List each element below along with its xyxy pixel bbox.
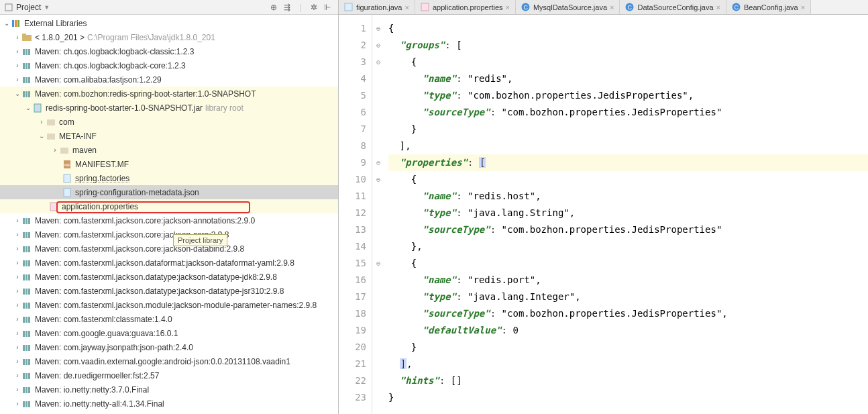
arrow-icon[interactable]: › bbox=[13, 315, 21, 323]
pkg-com-node[interactable]: › com bbox=[0, 115, 338, 129]
code-line[interactable]: "sourceType": "com.bozhon.properties.Jed… bbox=[388, 104, 868, 121]
arrow-icon[interactable]: ⌄ bbox=[13, 90, 21, 97]
code-line[interactable]: { bbox=[388, 171, 868, 188]
jar-node[interactable]: ⌄ redis-spring-boot-starter-1.0-SNAPSHOT… bbox=[0, 101, 338, 115]
arrow-icon[interactable]: › bbox=[13, 358, 21, 365]
code-line[interactable]: "type": "java.lang.String", bbox=[388, 205, 868, 221]
expand-arrow-icon[interactable]: ⌄ bbox=[3, 19, 11, 27]
fold-marker[interactable] bbox=[372, 356, 384, 372]
maven-lib-node[interactable]: › Maven: com.fasterxml.jackson.module:ja… bbox=[0, 298, 338, 312]
fold-marker[interactable] bbox=[372, 339, 384, 356]
fold-marker[interactable] bbox=[372, 70, 384, 87]
jdk-node[interactable]: › < 1.8.0_201 > C:\Program Files\Java\jd… bbox=[0, 30, 338, 44]
gear-icon[interactable]: ✲ bbox=[309, 3, 319, 12]
collapse-arrow-icon[interactable]: › bbox=[38, 118, 46, 125]
code-editor[interactable]: 1234567891011121314151617181920212223 ⊖⊖… bbox=[339, 15, 868, 414]
maven-lib-node[interactable]: › Maven: com.fasterxml.jackson.core:jack… bbox=[0, 227, 338, 242]
code-line[interactable]: ], bbox=[388, 138, 868, 154]
arrow-icon[interactable]: › bbox=[13, 231, 21, 238]
expand-arrow-icon[interactable]: ⌄ bbox=[24, 104, 32, 111]
code-area[interactable]: { "groups": [ { "name": "redis", "type":… bbox=[384, 15, 868, 414]
maven-lib-node[interactable]: › Maven: com.jayway.jsonpath:json-path:2… bbox=[0, 340, 338, 354]
arrow-icon[interactable]: › bbox=[13, 76, 21, 83]
pkg-meta-node[interactable]: ⌄ META-INF bbox=[0, 129, 338, 143]
editor-tab[interactable]: C BeanConfig.java × bbox=[726, 0, 811, 14]
code-line[interactable]: "name": "redis.port", bbox=[388, 272, 868, 289]
maven-lib-node[interactable]: › Maven: com.fasterxml.jackson.core:jack… bbox=[0, 213, 338, 227]
fold-marker[interactable]: ⊖ bbox=[372, 20, 384, 37]
code-line[interactable]: "type": "com.bozhon.properties.JedisProp… bbox=[388, 87, 868, 104]
editor-tab[interactable]: C MysqlDataSource.java × bbox=[516, 0, 620, 14]
maven-lib-node[interactable]: › Maven: com.vaadin.external.google:andr… bbox=[0, 354, 338, 368]
maven-lib-node[interactable]: › Maven: com.google.guava:guava:16.0.1 bbox=[0, 326, 338, 340]
target-icon[interactable]: ⇶ bbox=[282, 3, 292, 12]
code-line[interactable]: "hints": [] bbox=[388, 372, 868, 389]
editor-tab[interactable]: C DataSourceConfig.java × bbox=[620, 0, 726, 14]
code-line[interactable]: "sourceType": "com.bozhon.properties.Jed… bbox=[388, 221, 868, 238]
arrow-icon[interactable]: › bbox=[13, 273, 21, 280]
arrow-icon[interactable]: › bbox=[13, 48, 21, 55]
code-line[interactable]: "name": "redis.host", bbox=[388, 188, 868, 205]
code-line[interactable]: }, bbox=[388, 238, 868, 255]
fold-marker[interactable] bbox=[372, 104, 384, 121]
editor-tab[interactable]: figuration.java × bbox=[339, 0, 415, 14]
app-props-node[interactable]: application.properties bbox=[0, 199, 338, 213]
code-line[interactable]: "properties": [ bbox=[388, 154, 868, 171]
arrow-icon[interactable]: › bbox=[13, 344, 21, 351]
code-line[interactable]: "defaultValue": 0 bbox=[388, 322, 868, 339]
external-libraries-node[interactable]: ⌄ External Libraries bbox=[0, 16, 338, 30]
close-icon[interactable]: × bbox=[801, 3, 805, 11]
code-line[interactable]: { bbox=[388, 54, 868, 70]
maven-lib-node[interactable]: › Maven: ch.qos.logback:logback-classic:… bbox=[0, 44, 338, 58]
code-line[interactable]: } bbox=[388, 121, 868, 138]
arrow-icon[interactable]: › bbox=[13, 217, 21, 224]
collapse-arrow-icon[interactable]: › bbox=[13, 34, 21, 41]
fold-strip[interactable]: ⊖⊖⊖⊖⊖⊖ bbox=[372, 15, 384, 414]
fold-marker[interactable] bbox=[372, 389, 384, 406]
arrow-icon[interactable]: › bbox=[13, 301, 21, 309]
spring-factories-node[interactable]: spring.factories bbox=[0, 171, 338, 185]
collapse-icon[interactable]: ⊕ bbox=[268, 3, 279, 12]
fold-marker[interactable] bbox=[372, 121, 384, 138]
code-line[interactable]: { bbox=[388, 20, 868, 37]
editor-tab[interactable]: application.properties × bbox=[415, 0, 516, 14]
fold-marker[interactable] bbox=[372, 188, 384, 205]
maven-lib-node[interactable]: › Maven: de.ruedigermoeller:fst:2.57 bbox=[0, 368, 338, 382]
pkg-maven-node[interactable]: › maven bbox=[0, 143, 338, 157]
fold-marker[interactable] bbox=[372, 272, 384, 289]
fold-marker[interactable] bbox=[372, 138, 384, 154]
fold-marker[interactable] bbox=[372, 305, 384, 322]
code-line[interactable]: ], bbox=[388, 356, 868, 372]
close-icon[interactable]: × bbox=[506, 3, 510, 11]
fold-marker[interactable] bbox=[372, 372, 384, 389]
code-line[interactable]: "type": "java.lang.Integer", bbox=[388, 289, 868, 305]
fold-marker[interactable]: ⊖ bbox=[372, 171, 384, 188]
code-line[interactable]: } bbox=[388, 389, 868, 406]
code-line[interactable]: "groups": [ bbox=[388, 37, 868, 54]
maven-lib-node[interactable]: › Maven: com.fasterxml.jackson.datatype:… bbox=[0, 270, 338, 284]
arrow-icon[interactable]: › bbox=[13, 287, 21, 295]
collapse-arrow-icon[interactable]: › bbox=[51, 146, 59, 154]
fold-marker[interactable] bbox=[372, 322, 384, 339]
metadata-json-node[interactable]: spring-configuration-metadata.json bbox=[0, 185, 338, 199]
project-tree[interactable]: ⌄ External Libraries › < 1.8.0_201 > C:\… bbox=[0, 15, 338, 414]
code-line[interactable]: { bbox=[388, 255, 868, 272]
maven-lib-node[interactable]: › Maven: ch.qos.logback:logback-core:1.2… bbox=[0, 58, 338, 72]
fold-marker[interactable] bbox=[372, 221, 384, 238]
close-icon[interactable]: × bbox=[610, 3, 614, 11]
maven-lib-node[interactable]: ⌄ Maven: com.bozhon:redis-spring-boot-st… bbox=[0, 87, 338, 101]
fold-marker[interactable]: ⊖ bbox=[372, 255, 384, 272]
close-icon[interactable]: × bbox=[716, 3, 720, 11]
fold-marker[interactable]: ⊖ bbox=[372, 154, 384, 171]
maven-lib-node[interactable]: › Maven: com.fasterxml.jackson.dataforma… bbox=[0, 256, 338, 270]
arrow-icon[interactable]: › bbox=[13, 329, 21, 337]
maven-lib-node[interactable]: › Maven: io.netty:netty:3.7.0.Final bbox=[0, 382, 338, 397]
arrow-icon[interactable]: › bbox=[13, 400, 21, 407]
close-icon[interactable]: × bbox=[405, 3, 409, 11]
maven-lib-node[interactable]: › Maven: com.alibaba:fastjson:1.2.29 bbox=[0, 72, 338, 87]
fold-marker[interactable] bbox=[372, 87, 384, 104]
maven-lib-node[interactable]: › Maven: com.fasterxml.jackson.datatype:… bbox=[0, 284, 338, 298]
expand-arrow-icon[interactable]: ⌄ bbox=[38, 132, 46, 140]
fold-marker[interactable]: ⊖ bbox=[372, 37, 384, 54]
maven-lib-node[interactable]: › Maven: com.fasterxml.jackson.core:jack… bbox=[0, 242, 338, 256]
